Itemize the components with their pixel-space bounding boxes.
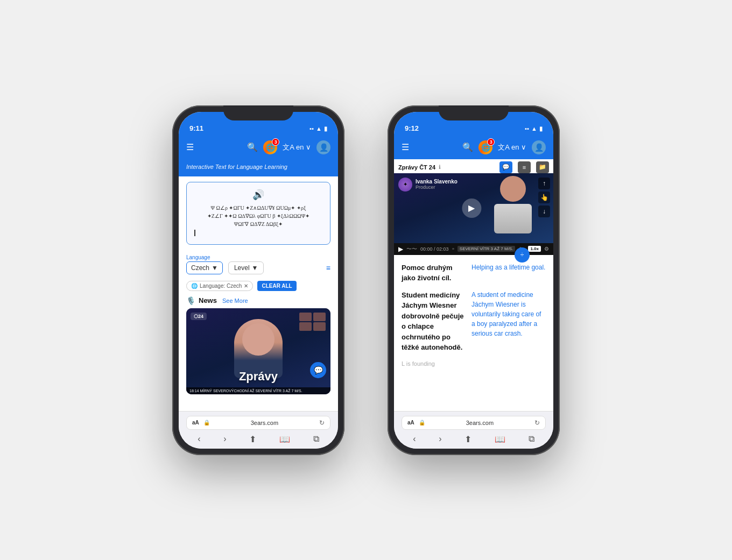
video-controls-bar: ▶ 〜〜 00:00 / 02:03 SEVERNÍ VÍTR 3 AŽ 7 M… <box>394 243 553 255</box>
phone-1: 9:11 ▪▪ ▲ ▮ ☰ 🔍 🌐 3 文A en ∨ 👤 <box>172 105 344 455</box>
chat-button-1[interactable]: 💬 <box>310 362 326 378</box>
tabs-button-2[interactable]: ⧉ <box>529 434 534 444</box>
microphone-icon-1: 🎙️ <box>186 296 195 305</box>
video-container-2: ✦ Ivanka Slavenko Producer ▶ ↑ 👆 <box>394 173 553 255</box>
back-button-1[interactable]: ‹ <box>198 434 200 444</box>
url-bar-2[interactable]: aA 🔒 3ears.com ↻ <box>402 416 546 430</box>
translate-label-1[interactable]: 文A en ∨ <box>283 143 311 152</box>
text-size-button-1[interactable]: aA <box>192 420 199 426</box>
czech-text-3: L is founding <box>402 359 466 368</box>
close-chip-icon[interactable]: ✕ <box>244 283 248 289</box>
info-icon-2[interactable]: ℹ <box>439 164 441 170</box>
play-ctrl-icon[interactable]: ▶ <box>398 245 403 253</box>
search-icon-1[interactable]: 🔍 <box>247 142 258 152</box>
wave-icon: 〜〜 <box>406 245 417 253</box>
channel-title-2: Zprávy ČT 24 <box>398 164 435 171</box>
forward-button-1[interactable]: › <box>223 434 226 444</box>
bookmarks-button-2[interactable]: 📖 <box>495 434 505 444</box>
scene: 9:11 ▪▪ ▲ ▮ ☰ 🔍 🌐 3 文A en ∨ 👤 <box>151 84 581 477</box>
english-text-1: Helping as a lifetime goal. <box>471 263 546 283</box>
notification-badge-2[interactable]: 🌐 3 <box>478 140 492 154</box>
filter-icon-1[interactable]: ≡ <box>326 264 330 272</box>
settings-icon-2[interactable]: ⚙ <box>544 246 549 252</box>
see-more-link-1[interactable]: See More <box>222 297 248 304</box>
channel-role-2: Producer <box>416 185 458 190</box>
badge-count-1: 3 <box>272 138 279 146</box>
tv-logo-1: ⬡24 <box>191 313 207 320</box>
speaker-icon-1: 🔊 <box>193 189 323 201</box>
channel-header-row: Zprávy ČT 24 ℹ 💬 ≡ 📁 <box>394 159 553 173</box>
speed-badge[interactable]: 1.0x <box>528 246 541 252</box>
tabs-button-1[interactable]: ⧉ <box>313 434 319 444</box>
anchor-figure-2 <box>494 176 532 233</box>
browser-bar-1: aA 🔒 3ears.com ↻ ‹ › ⬆ 📖 ⧉ <box>179 411 338 449</box>
share-button-1[interactable]: ⬆ <box>249 434 256 444</box>
globe-chip-icon: 🌐 <box>191 283 198 289</box>
chevron-down-icon-2: ▼ <box>252 264 258 272</box>
progress-bar-2[interactable] <box>452 248 454 250</box>
forward-button-2[interactable]: › <box>439 434 441 444</box>
filter-chip-1[interactable]: 🌐 Language: Czech ✕ <box>186 281 253 291</box>
paragraph-3: L is founding <box>402 359 546 368</box>
channel-name-2: Ivanka Slavenko <box>416 179 458 185</box>
phone-2: 9:12 ▪▪ ▲ ▮ ☰ 🔍 🌐 3 文A en ∨ 👤 <box>388 105 560 455</box>
czech-text-1: Pomoc druhým jako životní cíl. <box>402 263 466 283</box>
cursor-1 <box>194 230 199 236</box>
status-time-1: 9:11 <box>189 124 203 132</box>
video-thumbnail-1[interactable]: ⬡24 Zprávy 1 <box>186 308 330 394</box>
language-label-1: Language <box>186 254 330 260</box>
video-icon-btn[interactable]: 💬 <box>499 161 512 173</box>
reload-button-2[interactable]: ↻ <box>534 419 540 427</box>
notch-1 <box>223 105 293 120</box>
browser-bar-2: aA 🔒 3ears.com ↻ ‹ › ⬆ 📖 ⧉ <box>394 411 553 449</box>
bookmarks-button-1[interactable]: 📖 <box>279 434 290 444</box>
browser-nav-1: ‹ › ⬆ 📖 ⧉ <box>186 434 330 444</box>
user-icon-2[interactable]: 👤 <box>532 140 546 154</box>
list-icon-btn[interactable]: ≡ <box>518 161 531 173</box>
translate-label-2[interactable]: 文A en ∨ <box>498 143 526 152</box>
channel-info-2: ✦ Ivanka Slavenko Producer <box>398 178 458 192</box>
anchor-face-1 <box>242 323 274 356</box>
play-button-2[interactable]: ▶ <box>462 199 481 218</box>
nav-bar-1: ☰ 🔍 🌐 3 文A en ∨ 👤 <box>179 136 338 159</box>
menu-icon-2[interactable]: ☰ <box>402 142 409 152</box>
english-text-2: A student of medicine Jáchym Wiesner is … <box>471 290 546 353</box>
clear-all-button[interactable]: CLEAR ALL <box>257 281 296 291</box>
lock-icon-2: 🔒 <box>419 420 425 426</box>
status-icons-2: ▪▪ ▲ ▮ <box>525 125 543 132</box>
scroll-down-btn[interactable]: ↓ <box>538 205 550 217</box>
share-button-2[interactable]: ⬆ <box>464 434 471 444</box>
level-select-1[interactable]: Level ▼ <box>228 261 264 274</box>
folder-icon-btn[interactable]: 📁 <box>536 161 549 173</box>
notification-badge-1[interactable]: 🌐 3 <box>263 140 277 154</box>
filter-bar-1: 🌐 Language: Czech ✕ CLEAR ALL <box>179 279 338 293</box>
filter-chip-label-1: Language: Czech <box>200 283 242 289</box>
channel-badge-2: ✦ <box>398 178 412 192</box>
header-text-1: Interactive Text for Language Learning <box>186 164 287 170</box>
user-icon-1[interactable]: 👤 <box>316 140 330 154</box>
paragraph-1: Pomoc druhým jako životní cíl. Helping a… <box>402 263 546 283</box>
news-header-1: 🎙️ News See More <box>186 296 330 305</box>
menu-icon-1[interactable]: ☰ <box>186 142 194 152</box>
news-ticker-1: 18:14 MÍRNÝ SEVEROVÝCHODNÍ AŽ SEVERNÍ VÍ… <box>186 387 330 394</box>
floating-action-btn-2[interactable]: ÷ <box>515 247 530 263</box>
video-area-2[interactable]: ✦ Ivanka Slavenko Producer ▶ ↑ 👆 <box>394 173 553 243</box>
script-text-1: Ψ Ω∠ρ ✦ΩΓU ✦Ζ∧ΩΔU∇¥ ΩUΩμ✦ ✦ρξ ✦Ζ∠Γ ✦✦Ω Ω… <box>193 204 323 228</box>
url-bar-1[interactable]: aA 🔒 3ears.com ↻ <box>186 416 330 430</box>
browser-nav-2: ‹ › ⬆ 📖 ⧉ <box>402 434 546 444</box>
czech-text-2: Student medicíny Jáchym Wiesner dobrovol… <box>402 290 466 353</box>
anchor-face-2 <box>500 176 526 202</box>
paragraph-2: Student medicíny Jáchym Wiesner dobrovol… <box>402 290 546 353</box>
reload-button-1[interactable]: ↻ <box>319 419 325 427</box>
language-value-1: Czech <box>191 264 209 272</box>
search-icon-2[interactable]: 🔍 <box>462 142 473 152</box>
back-button-2[interactable]: ‹ <box>413 434 416 444</box>
badge-count-2: 3 <box>487 138 495 146</box>
zpravy-banner-1: Zprávy <box>186 370 330 384</box>
scroll-up-btn[interactable]: ↑ <box>538 178 550 189</box>
text-size-button-2[interactable]: aA <box>407 420 414 426</box>
screen-content-2: Zprávy ČT 24 ℹ 💬 ≡ 📁 <box>394 159 553 411</box>
lock-icon-1: 🔒 <box>203 420 210 426</box>
language-select-1[interactable]: Czech ▼ <box>186 261 223 274</box>
channel-meta-2: Ivanka Slavenko Producer <box>416 179 458 190</box>
